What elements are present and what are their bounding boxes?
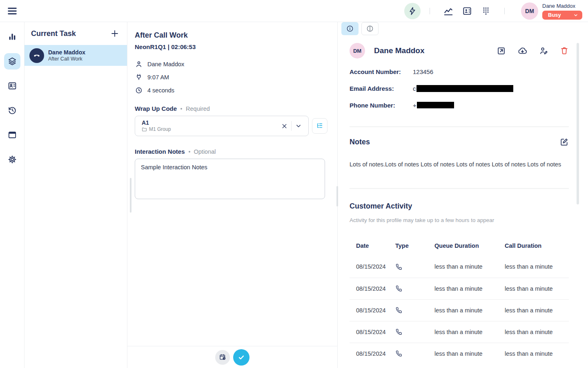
phone-call-icon: [395, 307, 402, 314]
task-panel-scrollbar[interactable]: [130, 178, 131, 213]
contact-name: Dane Maddox: [374, 46, 497, 55]
complete-acw-button[interactable]: [233, 349, 249, 366]
field-label: Phone Number:: [350, 102, 413, 109]
dialpad-icon[interactable]: [480, 5, 492, 17]
activity-type: [395, 299, 434, 321]
divider: [350, 126, 569, 127]
activity-type: [395, 256, 434, 278]
lightning-icon[interactable]: [404, 3, 421, 19]
table-header-row: Date Type Queue Duration Call Duration: [350, 236, 569, 256]
sidebar-item-settings[interactable]: [4, 151, 20, 168]
sidebar-item-tasks[interactable]: [4, 53, 20, 70]
field-email: Email Address: c: [350, 84, 569, 93]
cloud-download-icon[interactable]: [517, 46, 528, 56]
edit-contact-icon[interactable]: [539, 46, 548, 56]
wrapup-label-row: Wrap Up Code Required: [135, 105, 330, 112]
sidebar-item-windows[interactable]: [4, 127, 20, 143]
contact-avatar: DM: [350, 43, 365, 58]
plug-icon: [135, 73, 143, 81]
task-state: After Call Work: [48, 56, 85, 62]
activity-row[interactable]: 08/15/2024 less than a minute less than …: [350, 256, 569, 278]
interaction-notes-label-row: Interaction Notes Optional: [135, 148, 330, 155]
field-account-number: Account Number: 123456: [350, 67, 569, 76]
user-avatar[interactable]: DM: [521, 2, 538, 20]
activity-call-duration: less than a minute: [505, 299, 569, 321]
contact-panel-scrollbar[interactable]: [577, 43, 579, 204]
current-task-header: Current Task: [24, 22, 127, 45]
tab-contact-info[interactable]: [341, 22, 359, 35]
acw-session-timer: NeonR1Q1 | 02:06:53: [135, 43, 330, 50]
activity-call-duration: less than a minute: [505, 343, 569, 364]
open-external-icon[interactable]: [497, 46, 506, 56]
column-call-duration: Call Duration: [505, 236, 569, 256]
chevron-down-icon[interactable]: [293, 120, 304, 132]
customer-activity-title: Customer Activity: [350, 202, 412, 211]
phone-call-icon: [395, 350, 402, 357]
plus-icon: [110, 29, 120, 38]
acw-title: After Call Work: [135, 31, 330, 40]
activity-call-duration: less than a minute: [505, 321, 569, 343]
task-texts: Dane Maddox After Call Work: [48, 49, 85, 62]
field-phone: Phone Number: +: [350, 101, 569, 110]
tab-journey[interactable]: [361, 22, 379, 35]
panel-title: Current Task: [31, 29, 76, 38]
activity-queue-duration: less than a minute: [434, 321, 505, 343]
field-value: 123456: [413, 68, 433, 75]
sidebar-item-stats[interactable]: [4, 29, 20, 45]
wrapup-tree-view-button[interactable]: [312, 118, 327, 134]
trash-icon: [560, 46, 569, 55]
phone-call-icon: [395, 285, 402, 292]
bar-chart-icon: [7, 32, 17, 42]
wrapup-label: Wrap Up Code: [135, 105, 177, 112]
activity-queue-duration: less than a minute: [434, 256, 505, 278]
phone-call-icon: [395, 263, 402, 270]
clock-icon: [135, 86, 143, 94]
add-task-button[interactable]: [110, 28, 120, 39]
contact-fields: Account Number: 123456 Email Address: c …: [350, 67, 569, 117]
activity-type: [395, 343, 434, 364]
notes-text: Lots of notes.Lots of notes Lots of note…: [350, 161, 569, 168]
activity-row[interactable]: 08/15/2024 less than a minute less than …: [350, 278, 569, 299]
detail-duration-text: 4 seconds: [147, 87, 174, 94]
activity-date: 08/15/2024: [350, 299, 395, 321]
delete-contact-icon[interactable]: [560, 46, 569, 55]
browser-window-icon: [7, 130, 17, 140]
activity-row[interactable]: 08/15/2024 less than a minute less than …: [350, 343, 569, 364]
activity-date: 08/15/2024: [350, 321, 395, 343]
wrapup-selected-value: A1 M1 Group: [142, 119, 278, 132]
column-date: Date: [350, 236, 395, 256]
folder-icon: [142, 127, 147, 132]
task-contact-name: Dane Maddox: [48, 49, 85, 56]
edit-notes-icon[interactable]: [559, 137, 569, 147]
task-list-item[interactable]: Dane Maddox After Call Work: [24, 45, 127, 66]
top-bar: DM Dane Maddox Busy: [0, 0, 588, 22]
notes-header: Notes: [350, 137, 569, 147]
contrast-icon: [366, 25, 374, 33]
divider: [291, 121, 292, 131]
activity-row[interactable]: 08/15/2024 less than a minute less than …: [350, 299, 569, 321]
user-info: Dane Maddox Busy: [542, 3, 582, 20]
tree-list-icon: [316, 122, 324, 130]
menu-icon[interactable]: [7, 5, 18, 17]
wrapup-code-select[interactable]: A1 M1 Group: [135, 116, 309, 136]
activity-type: [395, 321, 434, 343]
acw-footer: [127, 346, 337, 368]
chevron-down-icon: [573, 13, 578, 18]
field-label: Account Number:: [350, 68, 413, 75]
customer-activity-subtitle: Activity for this profile may take up to…: [350, 217, 494, 223]
activity-date: 08/15/2024: [350, 278, 395, 299]
user-name: Dane Maddox: [542, 3, 575, 9]
status-dropdown[interactable]: Busy: [542, 11, 582, 20]
interaction-notes-input[interactable]: [135, 159, 325, 199]
line-chart-icon[interactable]: [442, 5, 454, 17]
activity-row[interactable]: 08/15/2024 less than a minute less than …: [350, 321, 569, 343]
schedule-callback-button[interactable]: [215, 350, 230, 365]
acw-panel-scrollbar[interactable]: [336, 186, 338, 206]
contact-card-icon[interactable]: [461, 5, 473, 17]
activity-date: 08/15/2024: [350, 256, 395, 278]
sidebar-item-contacts[interactable]: [4, 78, 20, 94]
activity-queue-duration: less than a minute: [434, 299, 505, 321]
wrapup-code: A1: [142, 119, 278, 126]
sidebar-item-history[interactable]: [4, 102, 20, 119]
clear-icon[interactable]: [278, 120, 290, 132]
